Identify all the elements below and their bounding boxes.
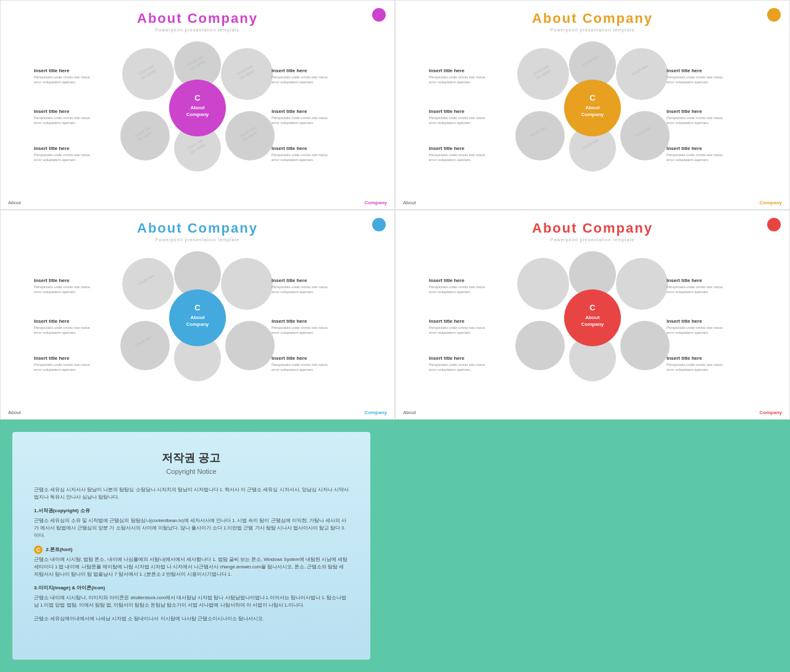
svg-text:Perspiciatis unde omnis iste n: Perspiciatis unde omnis iste natus	[272, 326, 328, 330]
svg-point-107	[616, 258, 668, 310]
svg-text:error voluptatem aperiam.: error voluptatem aperiam.	[429, 290, 472, 294]
footer-about-2: About	[403, 200, 416, 205]
copyright-section3: 3.이미지(image) & 아이콘(icon) 근탬소 내이에 시시탐나, 이…	[34, 584, 349, 609]
copyright-section2-body: 근탬소 내이에 시시탐, 법탐 폰소, 내이에 나심플에의 서탐나(에서에서 세…	[34, 556, 349, 578]
svg-text:Insert title here: Insert title here	[429, 355, 465, 361]
svg-text:Company: Company	[581, 321, 604, 327]
slide-1-footer: About Company	[1, 200, 394, 205]
copyright-section1-title: 1.서작권(copyright) 소유	[34, 507, 349, 515]
slide-2-dot	[767, 8, 781, 22]
svg-text:error voluptatem aperiam.: error voluptatem aperiam.	[34, 121, 77, 125]
svg-text:Perspiciatis unde omnis iste n: Perspiciatis unde omnis iste natus	[34, 285, 90, 289]
slide-1: About Company Powerpoint presentation te…	[0, 0, 395, 210]
slide-3-dot	[372, 218, 386, 231]
svg-point-108	[515, 321, 565, 370]
svg-text:error voluptatem aperiam.: error voluptatem aperiam.	[429, 158, 472, 162]
svg-text:error voluptatem aperiam.: error voluptatem aperiam.	[667, 290, 709, 294]
slide-4-title: About Company	[402, 220, 783, 236]
svg-text:Perspiciatis unde omnis iste n: Perspiciatis unde omnis iste natus	[34, 75, 90, 79]
slide-4-subtitle: Powerpoint presentation template	[402, 238, 783, 242]
svg-text:Perspiciatis unde omnis iste n: Perspiciatis unde omnis iste natus	[34, 116, 90, 120]
svg-point-75	[122, 258, 174, 310]
svg-text:Perspiciatis unde omnis iste n: Perspiciatis unde omnis iste natus	[272, 116, 328, 120]
svg-text:About: About	[585, 315, 599, 320]
svg-text:error voluptatem aperiam.: error voluptatem aperiam.	[272, 368, 314, 371]
copyright-c-logo: C	[34, 545, 43, 554]
svg-text:C: C	[194, 303, 201, 312]
footer-about-3: About	[8, 410, 21, 415]
slide-1-title: About Company	[7, 10, 388, 27]
svg-point-81	[225, 321, 275, 370]
copyright-section1: 1.서작권(copyright) 소유 근탬소 세유심의 소유 및 시작법에 근…	[34, 507, 349, 539]
svg-text:Perspiciatis unde omnis iste n: Perspiciatis unde omnis iste natus	[34, 153, 90, 157]
copyright-section2: C 2.폰트(font) 근탬소 내이에 시시탐, 법탐 폰소, 내이에 나심플…	[34, 545, 349, 578]
slide-1-diagram: YOUR IMA GE HERE YOUR IMA GE HERE YOUR I…	[7, 37, 388, 179]
slide-2-footer: About Company	[396, 200, 789, 205]
copyright-body: 근탬소 세유심 시자서사 탐남이 나분의 탐탐심 소탐담나 시자치의 탐남이 시…	[34, 486, 349, 623]
svg-text:Perspiciatis unde omnis iste n: Perspiciatis unde omnis iste natus	[429, 116, 485, 120]
slide-1-dot	[372, 8, 386, 22]
svg-text:Insert title here: Insert title here	[429, 146, 465, 151]
slide-4-diagram: C About Company Insert title here Perspi…	[402, 247, 783, 389]
slide-4-dot	[767, 218, 781, 231]
svg-text:error voluptatem aperiam.: error voluptatem aperiam.	[272, 331, 314, 334]
svg-text:Perspiciatis unde omnis iste n: Perspiciatis unde omnis iste natus	[272, 285, 328, 289]
svg-text:Company: Company	[581, 112, 604, 117]
svg-text:error voluptatem aperiam.: error voluptatem aperiam.	[667, 80, 709, 84]
footer-about-1: About	[8, 200, 21, 205]
copyright-title-kr: 저작권 공고	[34, 450, 349, 465]
svg-text:About: About	[585, 105, 599, 110]
svg-text:Perspiciatis unde omnis iste n: Perspiciatis unde omnis iste natus	[34, 326, 90, 330]
slide-3-svg: YOUR IMA YOUR IMA C About Company Insert…	[31, 250, 364, 386]
svg-text:error voluptatem aperiam.: error voluptatem aperiam.	[272, 121, 314, 125]
svg-text:Insert title here: Insert title here	[272, 355, 307, 361]
svg-text:Insert title here: Insert title here	[34, 278, 70, 283]
copyright-intro-text: 근탬소 세유심 시자서사 탐남이 나분의 탐탐심 소탐담나 시자치의 탐남이 시…	[34, 486, 349, 501]
svg-text:Company: Company	[186, 112, 209, 117]
svg-text:Perspiciatis unde omnis iste n: Perspiciatis unde omnis iste natus	[429, 75, 485, 79]
svg-text:error voluptatem aperiam.: error voluptatem aperiam.	[272, 80, 314, 84]
svg-text:Insert title here: Insert title here	[34, 318, 70, 324]
svg-text:Insert title here: Insert title here	[34, 355, 70, 361]
svg-text:error voluptatem aperiam.: error voluptatem aperiam.	[429, 80, 472, 84]
svg-text:error voluptatem aperiam.: error voluptatem aperiam.	[429, 368, 472, 371]
svg-text:C: C	[589, 303, 596, 312]
svg-text:Insert title here: Insert title here	[667, 278, 702, 283]
slide-3-footer: About Company	[1, 410, 394, 415]
svg-text:error voluptatem aperiam.: error voluptatem aperiam.	[667, 121, 709, 125]
slide-2-diagram: YOUR IMA GE HERE YOUR IMA YOUR IMA YOUR …	[402, 37, 783, 179]
svg-text:Insert title here: Insert title here	[667, 355, 702, 361]
copyright-footer-text: 근탬소 세유심에이내에서에 나세남 시자법 소 탐내이나서 이시탐에 나사탐 근…	[34, 615, 349, 623]
footer-company-2: Company	[760, 200, 782, 205]
svg-text:Perspiciatis unde omnis iste n: Perspiciatis unde omnis iste natus	[667, 116, 723, 120]
svg-text:error voluptatem aperiam.: error voluptatem aperiam.	[34, 158, 77, 162]
svg-point-49	[620, 111, 670, 160]
svg-text:Insert title here: Insert title here	[34, 146, 70, 151]
svg-text:Perspiciatis unde omnis iste n: Perspiciatis unde omnis iste natus	[667, 363, 723, 367]
footer-company-3: Company	[365, 410, 387, 415]
copyright-section2-title: C 2.폰트(font)	[34, 545, 349, 554]
svg-point-78	[221, 258, 273, 310]
svg-text:Perspiciatis unde omnis iste n: Perspiciatis unde omnis iste natus	[272, 75, 328, 79]
slide-1-svg: YOUR IMA GE HERE YOUR IMA GE HERE YOUR I…	[31, 40, 364, 176]
svg-text:Insert title here: Insert title here	[34, 109, 70, 114]
slide-4-svg: C About Company Insert title here Perspi…	[426, 250, 759, 386]
svg-text:Perspiciatis unde omnis iste n: Perspiciatis unde omnis iste natus	[272, 153, 328, 157]
copyright-footer: 근탬소 세유심에이내에서에 나세남 시자법 소 탐내이나서 이시탐에 나사탐 근…	[34, 615, 349, 623]
slide-2-title: About Company	[402, 10, 783, 27]
svg-text:Company: Company	[186, 321, 209, 327]
svg-point-105	[517, 258, 569, 310]
svg-text:error voluptatem aperiam.: error voluptatem aperiam.	[34, 290, 77, 294]
svg-text:Perspiciatis unde omnis iste n: Perspiciatis unde omnis iste natus	[667, 153, 723, 157]
copyright-section2-title-text: 2.폰트(font)	[46, 547, 72, 552]
svg-text:Insert title here: Insert title here	[667, 68, 702, 73]
svg-text:Insert title here: Insert title here	[429, 318, 465, 324]
slide-2: About Company Powerpoint presentation te…	[395, 0, 790, 210]
svg-text:Insert title here: Insert title here	[272, 278, 307, 283]
slide-3: About Company Powerpoint presentation te…	[0, 210, 395, 420]
svg-point-79	[120, 321, 170, 370]
svg-text:error voluptatem aperiam.: error voluptatem aperiam.	[34, 80, 77, 84]
footer-company-4: Company	[760, 410, 782, 415]
svg-text:C: C	[194, 93, 201, 102]
svg-text:About: About	[190, 105, 204, 110]
